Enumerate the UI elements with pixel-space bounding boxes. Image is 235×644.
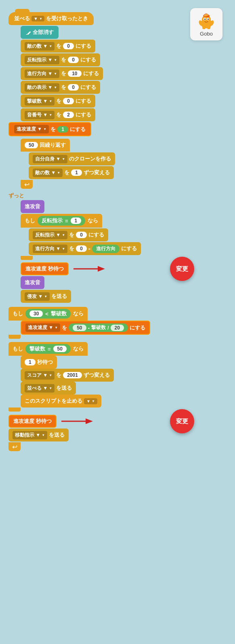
broadcast3-block[interactable]: 移動指示 ▼ を送る bbox=[8, 429, 69, 441]
set-block-3[interactable]: 進行方向 ▼ を 10 にする bbox=[21, 67, 103, 80]
calc-pill: 50 - 撃破数 / 20 bbox=[69, 323, 128, 332]
score-dd[interactable]: スコア ▼ bbox=[25, 371, 55, 380]
repeat-label: 回繰り返す bbox=[40, 141, 66, 149]
wait-label-1: 進攻速度 bbox=[25, 265, 46, 272]
broadcast1-dd[interactable]: 侵攻 ▼ bbox=[25, 292, 50, 301]
if2-condition: 30 < 撃破数 bbox=[25, 309, 71, 319]
wait-1sec-block[interactable]: 1 秒待つ bbox=[21, 356, 57, 369]
if2-inner-row: 進攻速度 ▼ を 50 - 撃破数 / 20 にする bbox=[21, 321, 162, 335]
forever-label-row: ずっと bbox=[8, 192, 162, 199]
stop-block[interactable]: このスクリプトを止める ▼ bbox=[21, 395, 101, 408]
stop-row: このスクリプトを止める ▼ bbox=[21, 395, 162, 408]
pencil-icon bbox=[25, 30, 31, 35]
wait-block-1[interactable]: 進攻速度 秒待つ bbox=[21, 262, 69, 275]
change-teki-block[interactable]: 敵の数 ▼ を 1 ずつ変える bbox=[29, 166, 114, 179]
set-gekiha: 撃破数 ▼ を 0 にする bbox=[21, 95, 162, 108]
val3: 10 bbox=[68, 70, 81, 77]
if1-condition: 反転指示 = 1 bbox=[38, 216, 85, 226]
broadcast2-block[interactable]: 並べる ▼ を送る bbox=[21, 382, 76, 395]
set-shinkou-inner: 進行方向 ▼ を 0 - 進行方向 にする bbox=[29, 242, 162, 255]
if2-section: もし 30 < 撃破数 なら 進攻速度 ▼ を 50 - 撃破数 bbox=[8, 307, 162, 339]
sound1-block[interactable]: 進攻音 bbox=[21, 200, 44, 213]
clear-label: 全部消す bbox=[33, 29, 54, 36]
svg-marker-13 bbox=[98, 266, 105, 272]
sound2-block[interactable]: 進攻音 bbox=[21, 276, 44, 289]
set-block-6[interactable]: 音番号 ▼ を 2 にする bbox=[21, 108, 95, 121]
shinkou-inner-dd[interactable]: 進行方向 ▼ bbox=[33, 245, 67, 253]
if2-block[interactable]: もし 30 < 撃破数 なら bbox=[8, 307, 88, 321]
if3-header-row: もし 撃破数 = 50 なら bbox=[8, 342, 162, 356]
calc-20: 20 bbox=[111, 325, 124, 331]
var5-dropdown[interactable]: 撃破数 ▼ bbox=[25, 97, 55, 106]
broadcast3-dd[interactable]: 移動指示 ▼ bbox=[13, 431, 47, 439]
var2-dropdown[interactable]: 反転指示 ▼ bbox=[25, 56, 59, 64]
set-hanten-inner-block[interactable]: 反転指示 ▼ を 0 にする bbox=[29, 228, 108, 241]
var7-dropdown[interactable]: 進攻速度 ▼ bbox=[14, 125, 49, 133]
repeat-block-row: 50 回繰り返す bbox=[21, 139, 162, 152]
blocks-stack: 並べる ▼ を受け取ったとき 全部消す 敵の数 ▼ を 0 にする 反転指示 ▼ bbox=[8, 12, 162, 451]
forever-close: ↩ bbox=[8, 442, 162, 451]
if2-cond-left: 30 bbox=[29, 310, 43, 317]
broadcast3-row: 移動指示 ▼ を送る bbox=[8, 429, 162, 441]
calc-50: 50 bbox=[73, 325, 86, 331]
if1-close bbox=[21, 256, 162, 260]
set-oto: 音番号 ▼ を 2 にする bbox=[21, 108, 162, 121]
wait-label-2: 進攻速度 bbox=[13, 418, 34, 425]
set-block-1[interactable]: 敵の数 ▼ を 0 にする bbox=[21, 40, 95, 53]
broadcast2-dd[interactable]: 並べる ▼ bbox=[25, 384, 55, 393]
hanten-inner-dd[interactable]: 反転指示 ▼ bbox=[33, 231, 67, 239]
stop-dd[interactable]: ▼ bbox=[84, 398, 97, 404]
broadcast1-block[interactable]: 侵攻 ▼ を送る bbox=[21, 290, 71, 303]
val6: 2 bbox=[63, 112, 74, 118]
clear-block[interactable]: 全部消す bbox=[21, 26, 59, 39]
shinkou-inner-val: 0 bbox=[76, 245, 87, 252]
scratch-editor: Gobo 並べる ▼ を受け取ったとき 全部消す 敵の数 ▼ を 0 にする bbox=[8, 8, 227, 636]
set-block-2[interactable]: 反転指示 ▼ を 0 にする bbox=[21, 53, 100, 66]
repeat-close: ↩ bbox=[21, 180, 162, 189]
var6-dropdown[interactable]: 音番号 ▼ bbox=[25, 111, 55, 119]
if3-section: もし 撃破数 = 50 なら 1 秒待つ スコア ▼ bbox=[8, 342, 162, 412]
hat-dropdown[interactable]: ▼ bbox=[31, 16, 44, 21]
shinkou-sokudo-dd[interactable]: 進攻速度 ▼ bbox=[25, 323, 60, 332]
sound2-row: 進攻音 bbox=[21, 276, 162, 289]
set-shinkou-inner-block[interactable]: 進行方向 ▼ を 0 - 進行方向 にする bbox=[29, 242, 141, 255]
clone-dropdown[interactable]: 自分自身 ▼ bbox=[33, 155, 67, 163]
set-tekino-kazu: 敵の数 ▼ を 0 にする bbox=[21, 40, 162, 53]
sprite-box[interactable]: Gobo bbox=[190, 8, 222, 40]
wait-block-row-1: 進攻速度 秒待つ 変更 bbox=[21, 262, 162, 275]
set-hanten-inner: 反転指示 ▼ を 0 にする bbox=[29, 228, 162, 241]
if2-inner-block[interactable]: 進攻速度 ▼ を 50 - 撃破数 / 20 にする bbox=[21, 321, 150, 335]
change-val: 1 bbox=[71, 169, 82, 176]
repeat-block[interactable]: 50 回繰り返す bbox=[21, 139, 70, 152]
broadcast2-row: 並べる ▼ を送る bbox=[21, 382, 162, 395]
if1-block[interactable]: もし 反転指示 = 1 なら bbox=[21, 214, 102, 228]
if3-condition: 撃破数 = 50 bbox=[25, 344, 71, 354]
set-block-5[interactable]: 撃破数 ▼ を 0 にする bbox=[21, 95, 95, 108]
val1: 0 bbox=[63, 43, 74, 49]
score-row: スコア ▼ を 2001 ずつ変える bbox=[21, 369, 162, 382]
var3-dropdown[interactable]: 進行方向 ▼ bbox=[25, 70, 59, 78]
wait-block-2[interactable]: 進攻速度 秒待つ bbox=[8, 415, 57, 428]
svg-marker-11 bbox=[26, 34, 27, 35]
set-shinkou: 進行方向 ▼ を 10 にする bbox=[21, 67, 162, 80]
wait-1sec-row: 1 秒待つ bbox=[21, 356, 162, 369]
if1-cond-val: 1 bbox=[71, 217, 82, 224]
hat-block[interactable]: 並べる ▼ を受け取ったとき bbox=[8, 12, 94, 25]
clone-block[interactable]: 自分自身 ▼ のクローンを作る bbox=[29, 152, 115, 165]
if3-block[interactable]: もし 撃破数 = 50 なら bbox=[8, 342, 88, 356]
val7: 1 bbox=[57, 126, 68, 133]
if2-header-row: もし 30 < 撃破数 なら bbox=[8, 307, 162, 321]
change-badge-1: 変更 bbox=[170, 257, 194, 281]
if2-close-bar bbox=[8, 335, 21, 339]
set-block-4[interactable]: 敵の表示 ▼ を 0 にする bbox=[21, 81, 100, 94]
set-block-7[interactable]: 進攻速度 ▼ を 1 にする bbox=[8, 122, 91, 136]
clone-block-row: 自分自身 ▼ のクローンを作る bbox=[29, 152, 162, 165]
var4-dropdown[interactable]: 敵の表示 ▼ bbox=[25, 83, 59, 92]
hat-block-row: 並べる ▼ を受け取ったとき bbox=[8, 12, 162, 25]
change-dropdown[interactable]: 敵の数 ▼ bbox=[33, 169, 63, 177]
score-block[interactable]: スコア ▼ を 2001 ずつ変える bbox=[21, 369, 114, 382]
var1-dropdown[interactable]: 敵の数 ▼ bbox=[25, 42, 55, 51]
change-badge-2: 変更 bbox=[170, 409, 194, 433]
sprite-label: Gobo bbox=[200, 31, 213, 37]
score-val: 2001 bbox=[63, 372, 82, 378]
